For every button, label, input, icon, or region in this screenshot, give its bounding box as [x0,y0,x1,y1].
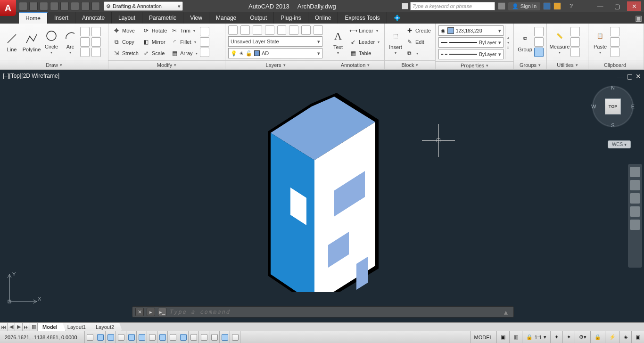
spline-icon[interactable] [80,48,90,57]
command-input[interactable] [169,309,501,315]
wcs-indicator[interactable]: WCS ▾ [608,140,631,148]
layout-list-icon[interactable]: ▦ [30,323,38,331]
ucs-icon[interactable]: Y X [5,272,42,310]
maximize-button[interactable]: ▢ [610,1,624,11]
annotation-visibility-icon[interactable]: ✦ [550,331,562,343]
tab-express[interactable]: Express Tools [338,12,387,24]
coordinate-readout[interactable]: 2076.1621, -1138.4861, 0.0000 [0,331,85,343]
match-prop-icon[interactable] [610,48,619,57]
drawing-object-building[interactable] [264,90,387,292]
panel-properties-title[interactable]: Properties [436,61,513,69]
layout-prev-icon[interactable]: ◀ [8,323,15,331]
quick-calc-icon[interactable] [570,37,580,47]
exchange-apps-icon[interactable] [543,2,551,10]
app-menu-button[interactable]: A [0,0,16,16]
tab-home[interactable]: Home [19,12,48,24]
arc-button[interactable]: Arc▾ [61,28,79,56]
layout-next-icon[interactable]: ▶ [15,323,23,331]
layer-tool-icon[interactable] [228,25,238,35]
ellipse-icon[interactable] [80,37,90,47]
move-button[interactable]: ✥Move [111,25,140,36]
osnap-toggle[interactable] [137,331,147,343]
hatch-icon[interactable] [91,37,101,47]
grid-toggle[interactable] [106,331,116,343]
cmdline-history-icon[interactable]: ▴ [504,308,511,317]
lwt-toggle[interactable] [189,331,199,343]
tab-insert[interactable]: Insert [48,12,75,24]
hardware-accel-icon[interactable]: ⚡ [605,331,619,343]
panel-modify-title[interactable]: Modify [108,60,225,69]
group-edit-icon[interactable] [534,37,544,47]
layout-tab-model[interactable]: Model [38,323,66,331]
cmdline-customize-icon[interactable]: ▸ [147,308,155,316]
cmdline-close-icon[interactable]: ✕ [135,308,144,316]
stretch-button[interactable]: ⇲Stretch [111,48,140,58]
viewcube-west[interactable]: W [591,104,596,109]
annotation-autoscale-icon[interactable]: ✦ [562,331,575,343]
color-dropdown[interactable]: ◉123,163,220 [438,25,504,36]
qat-save-icon[interactable] [40,2,48,10]
rotate-button[interactable]: ⟳Rotate [141,25,168,36]
status-quickview-icon[interactable]: ▥ [509,331,522,343]
panel-utilities-title[interactable]: Utilities [547,60,588,69]
layer-tool-icon[interactable] [314,25,323,35]
tab-layout[interactable]: Layout [112,12,142,24]
annotation-scale[interactable]: 🔒 1:1 ▾ [522,331,550,343]
table-button[interactable]: ▦Table [348,48,381,58]
insert-block-button[interactable]: ⬚Insert▾ [388,28,404,56]
tab-annotate[interactable]: Annotate [75,12,112,24]
layer-tool-icon[interactable] [253,25,262,35]
panel-annotation-title[interactable]: Annotation [326,60,384,69]
otrack-toggle[interactable] [157,331,168,343]
qp-toggle[interactable] [209,331,220,343]
fillet-button[interactable]: ◜Fillet▾ [169,37,198,47]
toolbar-lock-icon[interactable]: 🔒 [590,331,605,343]
tab-output[interactable]: Output [243,12,274,24]
layer-tool-icon[interactable] [301,25,311,35]
layout-first-icon[interactable]: ⏮ [0,323,8,331]
polar-toggle[interactable] [126,331,137,343]
tab-view[interactable]: View [183,12,209,24]
id-point-icon[interactable] [570,48,580,57]
viewcube-east[interactable]: E [631,104,635,109]
viewcube-face[interactable]: TOP [605,98,621,114]
ungroup-icon[interactable] [534,27,544,36]
clean-screen-icon[interactable]: ▣ [631,331,644,343]
viewcube-south[interactable]: S [611,122,614,128]
autodesk-360-icon[interactable] [498,2,505,10]
line-button[interactable]: Line [3,31,21,53]
erase-icon[interactable] [200,27,209,36]
group-button[interactable]: ⧉Group [517,31,533,53]
help-icon[interactable]: ？ [564,1,578,11]
paste-button[interactable]: 📋Paste▾ [591,28,609,56]
select-all-icon[interactable] [570,27,580,36]
orbit-icon[interactable] [630,206,640,217]
ducs-toggle[interactable] [168,331,178,343]
viewport-close-icon[interactable]: ✕ [636,73,641,80]
layout-tab-layout1[interactable]: Layout1 [63,323,94,331]
ortho-toggle[interactable] [116,331,126,343]
qat-redo-icon[interactable] [91,2,100,10]
copy-button[interactable]: ⧉Copy [111,37,140,47]
pan-icon[interactable] [630,180,640,190]
minimize-button[interactable]: — [593,1,607,11]
copy-clip-icon[interactable] [610,37,619,47]
measure-button[interactable]: 📏Measure▾ [550,28,570,56]
panel-layers-title[interactable]: Layers [225,60,326,69]
text-button[interactable]: AText▾ [329,28,347,56]
mirror-button[interactable]: ◧Mirror [141,37,168,47]
edit-block-button[interactable]: ✎Edit [405,37,432,47]
zoom-extents-icon[interactable] [630,193,640,204]
steering-wheel-icon[interactable] [630,167,640,177]
layer-tool-icon[interactable] [240,25,250,35]
search-toggle-icon[interactable] [402,3,408,9]
qat-plot-icon[interactable] [60,2,69,10]
viewport-minimize-icon[interactable]: — [617,73,624,80]
qat-new-icon[interactable] [19,2,27,10]
properties-gallery-handle[interactable]: ▴▾≡ [505,25,511,59]
trim-button[interactable]: ✂Trim▾ [169,25,198,36]
workspace-dropdown[interactable]: ⚙ Drafting & Annotation [104,1,183,11]
am-toggle[interactable] [230,331,240,343]
tab-manage[interactable]: Manage [209,12,243,24]
dyn-toggle[interactable] [178,331,189,343]
